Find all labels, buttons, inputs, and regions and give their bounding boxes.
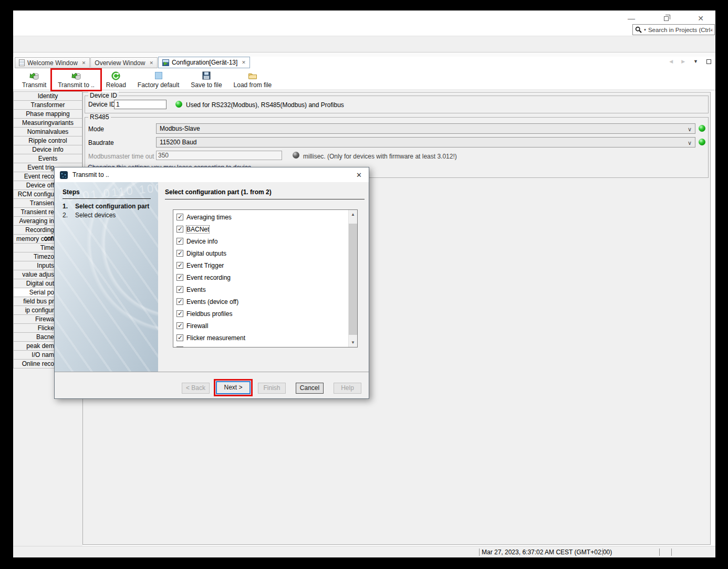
checkbox-icon[interactable] xyxy=(176,322,183,329)
baudrate-value: 115200 Baud xyxy=(160,139,197,146)
config-part-row[interactable]: Fieldbus profiles xyxy=(176,308,348,320)
cancel-button[interactable]: Cancel xyxy=(296,383,324,394)
config-part-row[interactable] xyxy=(176,344,348,347)
sidebar-item[interactable]: Device info xyxy=(13,145,82,154)
sidebar-item-label: I/O nam xyxy=(32,351,54,359)
sidebar-item[interactable]: Ripple control xyxy=(13,136,82,145)
config-part-label: Averaging times xyxy=(186,214,232,221)
tab-next-icon[interactable]: ▶ xyxy=(681,59,685,64)
scroll-up-icon[interactable]: ▲ xyxy=(349,210,357,219)
save-icon xyxy=(202,71,211,80)
maximize-view-icon[interactable] xyxy=(706,59,711,64)
checkbox-icon[interactable] xyxy=(176,226,183,233)
sidebar-item[interactable]: Identity xyxy=(13,91,82,101)
tab-scroll-controls: ◀ ▶ ▼ xyxy=(669,59,711,64)
tab-prev-icon[interactable]: ◀ xyxy=(669,59,673,64)
wizard-step: 1. Select configuration part xyxy=(63,203,154,210)
tab-close-icon[interactable]: ✕ xyxy=(242,60,246,65)
sidebar-item[interactable]: Events xyxy=(13,154,82,163)
sidebar-item-label: Transient re xyxy=(20,208,54,216)
wizard-step: 2. Select devices xyxy=(63,212,154,219)
config-part-row[interactable]: BACNet xyxy=(176,223,348,235)
tab-overview-window[interactable]: Overview Window ✕ xyxy=(90,57,158,68)
checkbox-icon[interactable] xyxy=(176,214,183,220)
sidebar-item[interactable]: Nominalvalues xyxy=(13,127,82,136)
tab-configuration[interactable]: Configuration[Gerät-13] ✕ xyxy=(158,57,250,68)
checkbox-icon[interactable] xyxy=(176,274,183,281)
mode-select[interactable]: Modbus-Slave ∨ xyxy=(156,123,695,134)
reload-button[interactable]: Reload xyxy=(100,70,132,90)
checkbox-icon[interactable] xyxy=(176,262,183,269)
config-part-row[interactable]: Firewall xyxy=(176,320,348,332)
config-part-row[interactable]: Flicker measurement xyxy=(176,332,348,344)
search-input[interactable] xyxy=(648,27,712,33)
sidebar-item[interactable]: Transformer xyxy=(13,100,82,110)
config-part-row[interactable]: Events (device off) xyxy=(176,296,348,308)
checkbox-icon[interactable] xyxy=(176,250,183,257)
sidebar-item-label: Averaging in xyxy=(19,217,55,225)
document-icon xyxy=(19,59,25,66)
statusbar-divider xyxy=(602,549,603,556)
project-search[interactable]: ▼ xyxy=(632,24,715,35)
sidebar-item-label: Event reco xyxy=(24,173,54,180)
minimize-button[interactable]: — xyxy=(620,12,643,25)
config-part-row[interactable]: Averaging times xyxy=(176,211,348,223)
tab-close-icon[interactable]: ✕ xyxy=(149,60,153,66)
restore-icon xyxy=(664,16,669,21)
checkbox-icon[interactable] xyxy=(176,310,183,317)
factory-default-icon xyxy=(155,71,162,80)
load-from-file-button[interactable]: Load from file xyxy=(228,70,278,90)
sidebar-item-label: Timezo xyxy=(34,253,54,260)
save-to-file-button[interactable]: Save to file xyxy=(185,70,227,90)
tab-list-icon[interactable]: ▼ xyxy=(693,59,698,64)
restore-button[interactable] xyxy=(654,12,678,25)
config-part-label: Flicker measurement xyxy=(186,334,245,342)
tab-welcome-window[interactable]: Welcome Window ✕ xyxy=(15,57,90,68)
screen: { "colors": { "annotation_red": "#e01010… xyxy=(0,0,728,569)
config-part-row[interactable]: Digital outputs xyxy=(176,247,348,259)
checkbox-icon[interactable] xyxy=(176,286,183,293)
config-part-row[interactable]: Events xyxy=(176,283,348,296)
sidebar-item[interactable]: Measuringvariants xyxy=(13,118,82,128)
config-part-row[interactable]: Event Trigger xyxy=(176,259,348,271)
configuration-parts-list: Averaging times BACNet Device info xyxy=(173,209,358,347)
sidebar-item-label: Phase mapping xyxy=(26,110,69,118)
search-caret-icon[interactable]: ▼ xyxy=(643,28,647,31)
checkbox-icon[interactable] xyxy=(176,334,183,341)
tab-close-icon[interactable]: ✕ xyxy=(82,60,86,66)
dialog-title-bar: Transmit to .. ✕ xyxy=(55,167,369,182)
transmit-button[interactable]: Transmit xyxy=(16,70,52,90)
scroll-down-icon[interactable]: ▼ xyxy=(349,338,357,347)
sidebar-item-label: memory confi xyxy=(16,235,54,243)
checkbox-icon[interactable] xyxy=(176,346,183,347)
list-scrollbar[interactable]: ▲ ▼ xyxy=(348,210,357,347)
sidebar-item-label: Transformer xyxy=(31,101,65,109)
scrollbar-thumb[interactable] xyxy=(349,224,357,335)
config-part-label: Event recording xyxy=(186,274,231,281)
search-icon xyxy=(635,26,642,33)
toolbar-label: Save to file xyxy=(191,81,222,89)
config-part-row[interactable]: Device info xyxy=(176,235,348,247)
dialog-close-icon[interactable]: ✕ xyxy=(355,171,363,179)
device-id-input[interactable] xyxy=(114,100,167,109)
checkbox-icon[interactable] xyxy=(176,298,183,305)
factory-default-button[interactable]: Factory default xyxy=(132,70,185,90)
sidebar-item-label: Transien xyxy=(30,199,54,207)
sidebar-item-label: Event trig xyxy=(27,164,54,171)
close-button[interactable]: ✕ xyxy=(689,12,712,25)
sidebar-item-label: Ripple control xyxy=(28,137,67,144)
sidebar-item-label: RCM configu xyxy=(18,191,54,198)
transmit-to-button[interactable]: Transmit to .. xyxy=(52,70,100,90)
baudrate-select[interactable]: 115200 Baud ∨ xyxy=(156,137,695,147)
reload-icon xyxy=(111,71,120,80)
next-button[interactable]: Next > xyxy=(216,381,251,394)
status-led-dark-icon xyxy=(293,152,299,159)
config-part-label: Events xyxy=(186,286,206,293)
sidebar-item[interactable]: Phase mapping xyxy=(13,109,82,119)
config-part-row[interactable]: Event recording xyxy=(176,271,348,283)
transmit-to-icon xyxy=(71,71,81,80)
config-part-label: Digital outputs xyxy=(186,250,226,257)
checkbox-icon[interactable] xyxy=(176,238,183,245)
sidebar-item-label: Inputs xyxy=(37,262,54,269)
timeout-note: millisec. (Only for devices with firmwar… xyxy=(303,153,457,160)
